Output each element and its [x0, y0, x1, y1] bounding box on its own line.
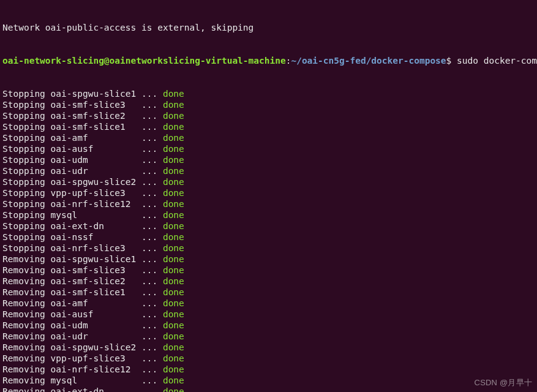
ellipsis: ...: [141, 353, 163, 363]
action-label: Stopping: [2, 232, 45, 242]
container-status-line: Removing oai-smf-slice3 ... done: [2, 265, 535, 276]
ellipsis: ...: [141, 155, 163, 165]
status-done: done: [163, 199, 184, 209]
container-status-line: Stopping oai-udm ... done: [2, 154, 535, 165]
status-done: done: [163, 100, 184, 110]
container-name: oai-amf: [51, 298, 141, 308]
ellipsis: ...: [141, 331, 163, 341]
container-status-line: Removing oai-ext-dn ... done: [2, 386, 535, 392]
container-name: oai-spgwu-slice2: [51, 342, 141, 352]
status-done: done: [163, 210, 184, 220]
action-label: Stopping: [2, 89, 45, 99]
watermark-text: CSDN @月早十: [475, 377, 532, 388]
status-done: done: [163, 298, 184, 308]
container-name: mysql: [51, 375, 141, 385]
container-name: oai-udm: [51, 320, 141, 330]
status-done: done: [163, 188, 184, 198]
ellipsis: ...: [141, 199, 163, 209]
container-name: oai-smf-slice1: [51, 122, 141, 132]
action-label: Removing: [2, 364, 45, 374]
container-status-line: Stopping oai-nrf-slice12 ... done: [2, 198, 535, 209]
container-status-line: Stopping oai-ext-dn ... done: [2, 221, 535, 232]
action-label: Removing: [2, 386, 45, 392]
container-name: oai-ausf: [51, 309, 141, 319]
ellipsis: ...: [141, 166, 163, 176]
status-done: done: [163, 386, 184, 392]
ellipsis: ...: [141, 111, 163, 121]
action-label: Stopping: [2, 111, 45, 121]
action-label: Removing: [2, 309, 45, 319]
status-done: done: [163, 265, 184, 275]
action-label: Stopping: [2, 166, 45, 176]
container-status-line: Stopping oai-udr ... done: [2, 165, 535, 176]
ellipsis: ...: [141, 309, 163, 319]
container-status-line: Stopping oai-spgwu-slice1 ... done: [2, 88, 535, 99]
ellipsis: ...: [141, 386, 163, 392]
action-label: Removing: [2, 254, 45, 264]
action-label: Stopping: [2, 221, 45, 231]
container-name: oai-nrf-slice3: [51, 243, 141, 253]
container-status-line: Removing oai-udm ... done: [2, 320, 535, 331]
container-name: oai-udm: [51, 155, 141, 165]
status-done: done: [163, 232, 184, 242]
container-name: oai-smf-slice1: [51, 287, 141, 297]
container-name: oai-udr: [51, 166, 141, 176]
action-label: Removing: [2, 265, 45, 275]
container-name: oai-udr: [51, 331, 141, 341]
container-name: oai-nssf: [51, 232, 141, 242]
action-label: Stopping: [2, 155, 45, 165]
prompt-path: ~/oai-cn5g-fed/docker-compose: [291, 56, 446, 66]
container-status-line: Removing oai-spgwu-slice1 ... done: [2, 254, 535, 265]
container-status-line: Removing oai-nrf-slice12 ... done: [2, 364, 535, 375]
container-status-line: Stopping oai-smf-slice3 ... done: [2, 99, 535, 110]
status-done: done: [163, 243, 184, 253]
container-status-line: Removing mysql ... done: [2, 375, 535, 386]
ellipsis: ...: [141, 276, 163, 286]
status-done: done: [163, 375, 184, 385]
prompt-user-host: oai-network-slicing@oainetworkslicing-vi…: [2, 56, 286, 66]
container-status-line: Removing oai-smf-slice2 ... done: [2, 276, 535, 287]
action-label: Removing: [2, 298, 45, 308]
ellipsis: ...: [141, 177, 163, 187]
action-label: Stopping: [2, 100, 45, 110]
container-name: oai-smf-slice2: [51, 111, 141, 121]
ellipsis: ...: [141, 243, 163, 253]
ellipsis: ...: [141, 188, 163, 198]
container-name: oai-smf-slice3: [51, 100, 141, 110]
ellipsis: ...: [141, 144, 163, 154]
container-status-line: Stopping vpp-upf-slice3 ... done: [2, 187, 535, 198]
container-name: oai-smf-slice2: [51, 276, 141, 286]
status-done: done: [163, 177, 184, 187]
status-done: done: [163, 353, 184, 363]
action-label: Stopping: [2, 177, 45, 187]
container-name: vpp-upf-slice3: [51, 188, 141, 198]
ellipsis: ...: [141, 265, 163, 275]
container-name: oai-nrf-slice12: [51, 364, 141, 374]
status-done: done: [163, 342, 184, 352]
container-name: oai-ausf: [51, 144, 141, 154]
status-done: done: [163, 221, 184, 231]
action-label: Removing: [2, 375, 45, 385]
status-done: done: [163, 122, 184, 132]
action-label: Removing: [2, 353, 45, 363]
container-name: oai-spgwu-slice1: [51, 254, 141, 264]
ellipsis: ...: [141, 298, 163, 308]
container-status-line: Removing oai-udr ... done: [2, 331, 535, 342]
status-done: done: [163, 89, 184, 99]
action-label: Removing: [2, 320, 45, 330]
container-status-line: Stopping mysql ... done: [2, 209, 535, 221]
status-done: done: [163, 309, 184, 319]
container-name: oai-spgwu-slice2: [51, 177, 141, 187]
ellipsis: ...: [141, 210, 163, 220]
status-done: done: [163, 155, 184, 165]
container-status-line: Removing oai-spgwu-slice2 ... done: [2, 342, 535, 353]
container-name: vpp-upf-slice3: [51, 353, 141, 363]
status-done: done: [163, 287, 184, 297]
container-status-line: Removing vpp-upf-slice3 ... done: [2, 353, 535, 364]
action-label: Stopping: [2, 144, 45, 154]
container-name: oai-amf: [51, 133, 141, 143]
prompt-line[interactable]: oai-network-slicing@oainetworkslicing-vi…: [2, 55, 535, 66]
action-label: Stopping: [2, 210, 45, 220]
status-done: done: [163, 320, 184, 330]
container-name: oai-ext-dn: [51, 221, 141, 231]
